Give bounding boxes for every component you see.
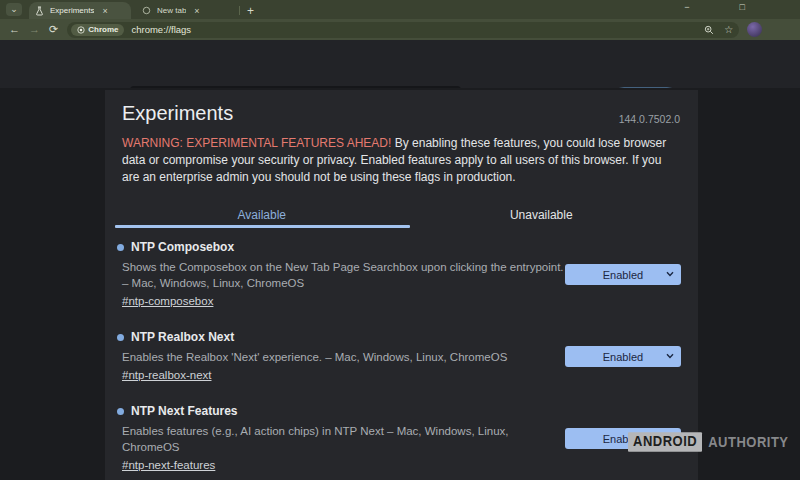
- version-number: 144.0.7502.0: [619, 113, 680, 125]
- minimize-button[interactable]: −: [684, 2, 689, 12]
- flag-description: Enables the Realbox 'Next' experience. –…: [122, 349, 565, 365]
- flag-row-ntp-next-features: NTP Next Features Enables features (e.g.…: [122, 392, 681, 480]
- flag-row-ntp-realbox-next: NTP Realbox Next Enables the Realbox 'Ne…: [122, 318, 681, 392]
- tab-unavailable[interactable]: Unavailable: [402, 201, 682, 228]
- zoom-icon[interactable]: [704, 25, 714, 35]
- tab-title: Experiments: [50, 6, 94, 15]
- browser-window: ⌄ Experiments × New tab × + − □ ← → ⟳: [0, 0, 800, 480]
- forward-icon[interactable]: →: [29, 24, 40, 35]
- tab-available[interactable]: Available: [122, 201, 402, 228]
- page-body: Experiments 144.0.7502.0 WARNING: EXPERI…: [0, 88, 800, 480]
- back-icon[interactable]: ←: [9, 24, 20, 35]
- enabled-dot-icon: [117, 334, 124, 341]
- flag-description: Enables features (e.g., AI action chips)…: [122, 423, 565, 455]
- flag-permalink[interactable]: #ntp-composebox: [122, 294, 213, 309]
- enabled-dot-icon: [117, 408, 124, 415]
- tab-new-tab[interactable]: New tab ×: [136, 2, 236, 19]
- url-text: chrome://flags: [131, 24, 191, 35]
- chip-label: Chrome: [88, 25, 118, 34]
- globe-icon: [142, 6, 151, 15]
- tab-title: New tab: [157, 6, 186, 15]
- chrome-chip[interactable]: Chrome: [71, 24, 124, 36]
- tab-search-button[interactable]: ⌄: [6, 3, 22, 16]
- flag-name: NTP Realbox Next: [131, 330, 234, 344]
- reload-icon[interactable]: ⟳: [49, 24, 58, 35]
- flag-name: NTP Next Features: [131, 404, 237, 418]
- flag-description: Shows the Composebox on the New Tab Page…: [122, 259, 565, 291]
- active-tab-underline: [115, 225, 410, 228]
- android-authority-watermark: ANDROID AUTHORITY: [628, 432, 789, 451]
- tab-experiments[interactable]: Experiments ×: [29, 2, 131, 19]
- tab-divider: [239, 6, 240, 15]
- bookmark-star-icon[interactable]: ☆: [724, 24, 733, 35]
- profile-avatar[interactable]: [747, 22, 762, 37]
- flag-permalink[interactable]: #ntp-realbox-next: [122, 368, 212, 383]
- close-icon[interactable]: ×: [192, 6, 201, 16]
- availability-tabs: Available Unavailable: [122, 201, 681, 228]
- flag-value-select[interactable]: Enabled: [565, 346, 681, 367]
- close-icon[interactable]: ×: [100, 6, 109, 16]
- page-title: Experiments: [122, 100, 681, 127]
- warning-highlight: WARNING: EXPERIMENTAL FEATURES AHEAD!: [122, 136, 391, 150]
- chevron-down-icon: [666, 353, 674, 359]
- flags-header: Reset all: [0, 40, 800, 88]
- tab-bar: ⌄ Experiments × New tab × + − □: [0, 0, 800, 19]
- flag-value-select[interactable]: Enabled: [565, 264, 681, 285]
- enabled-dot-icon: [117, 244, 124, 251]
- chrome-logo-icon: [77, 26, 85, 34]
- flag-permalink[interactable]: #ntp-next-features: [122, 458, 215, 473]
- maximize-button[interactable]: □: [740, 2, 745, 12]
- flag-name: NTP Composebox: [131, 240, 234, 254]
- new-tab-button[interactable]: +: [247, 5, 254, 17]
- chevron-down-icon: ⌄: [10, 5, 18, 14]
- flag-row-ntp-composebox: NTP Composebox Shows the Composebox on t…: [122, 228, 681, 318]
- experiments-card: Experiments 144.0.7502.0 WARNING: EXPERI…: [105, 90, 698, 480]
- address-bar[interactable]: Chrome chrome://flags ☆: [67, 22, 739, 38]
- chevron-down-icon: [666, 271, 674, 277]
- window-controls: − □: [684, 2, 745, 12]
- warning-text: WARNING: EXPERIMENTAL FEATURES AHEAD! By…: [122, 135, 674, 186]
- toolbar: ← → ⟳ Chrome chrome://flags ☆: [0, 19, 800, 40]
- flask-icon: [35, 6, 44, 16]
